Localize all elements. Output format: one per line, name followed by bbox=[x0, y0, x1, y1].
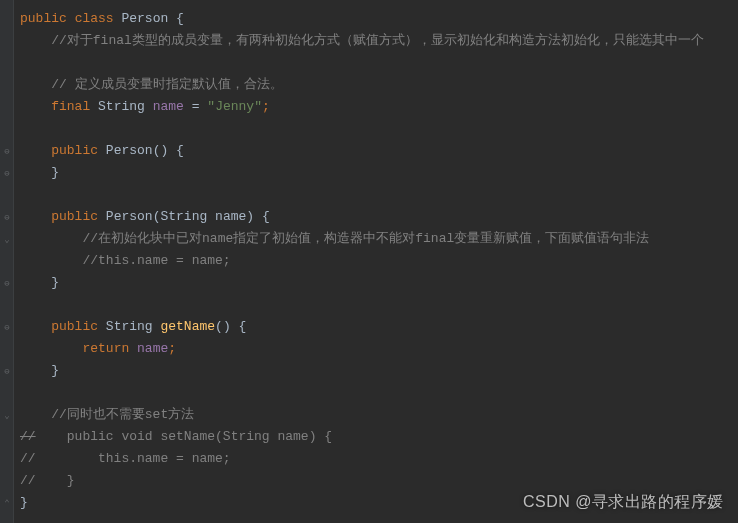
semi: ; bbox=[168, 341, 176, 356]
cmt: // 定义成员变量时指定默认值，合法。 bbox=[51, 77, 282, 92]
fold-marker: ⊖ bbox=[3, 317, 11, 325]
semi: ; bbox=[262, 99, 270, 114]
type-string: String bbox=[98, 99, 145, 114]
brace: } bbox=[51, 165, 59, 180]
rp: ) bbox=[246, 209, 254, 224]
cmt: //对于final类型的成员变量，有两种初始化方式（赋值方式），显示初始化和构造… bbox=[51, 33, 704, 48]
string-literal: "Jenny" bbox=[207, 99, 262, 114]
field-name: name bbox=[153, 99, 184, 114]
brace: { bbox=[176, 11, 184, 26]
brace: { bbox=[262, 209, 270, 224]
cmt: //在初始化块中已对name指定了初始值，构造器中不能对final变量重新赋值，… bbox=[82, 231, 649, 246]
cmt: // } bbox=[20, 473, 75, 488]
fold-marker: ⊖ bbox=[3, 141, 11, 149]
ptype: String bbox=[160, 209, 207, 224]
gutter: ⊖ ⊖ ⊖ ⌄ ⊖ ⊖ ⊖ ⌄ ⌃ bbox=[0, 0, 14, 523]
kw-public: public bbox=[51, 143, 98, 158]
param: name bbox=[215, 209, 246, 224]
kw-final: final bbox=[51, 99, 90, 114]
kw-return: return bbox=[82, 341, 129, 356]
cmt: public void setName(String name) { bbox=[36, 429, 332, 444]
brace: } bbox=[51, 275, 59, 290]
cmt-lead: // bbox=[20, 429, 36, 444]
brace: } bbox=[20, 495, 28, 510]
fold-marker: ⊖ bbox=[3, 361, 11, 369]
parens: () bbox=[153, 143, 169, 158]
parens: () bbox=[215, 319, 231, 334]
cmt: // this.name = name; bbox=[20, 451, 231, 466]
kw-public: public bbox=[20, 11, 67, 26]
eq: = bbox=[192, 99, 200, 114]
method-name: getName bbox=[160, 319, 215, 334]
kw-public: public bbox=[51, 319, 98, 334]
brace: { bbox=[239, 319, 247, 334]
cmt: //this.name = name; bbox=[82, 253, 230, 268]
ctor: Person bbox=[106, 209, 153, 224]
cmt: //同时也不需要set方法 bbox=[51, 407, 194, 422]
class-name: Person bbox=[121, 11, 168, 26]
field-ref: name bbox=[137, 341, 168, 356]
fold-marker: ⌃ bbox=[3, 493, 11, 501]
ctor: Person bbox=[106, 143, 153, 158]
fold-marker: ⊖ bbox=[3, 163, 11, 171]
fold-marker: ⊖ bbox=[3, 273, 11, 281]
fold-marker: ⊖ bbox=[3, 207, 11, 215]
fold-marker: ⌄ bbox=[3, 405, 11, 413]
type-string: String bbox=[106, 319, 153, 334]
kw-public: public bbox=[51, 209, 98, 224]
code-block: public class Person { //对于final类型的成员变量，有… bbox=[20, 8, 704, 514]
brace: } bbox=[51, 363, 59, 378]
fold-marker: ⌄ bbox=[3, 229, 11, 237]
kw-class: class bbox=[75, 11, 114, 26]
brace: { bbox=[176, 143, 184, 158]
